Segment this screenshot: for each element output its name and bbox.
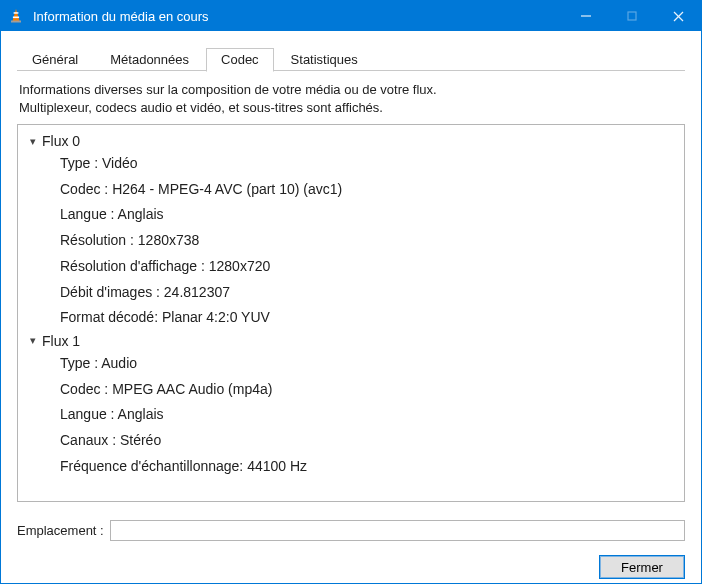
codec-property: Langue : Anglais bbox=[60, 204, 676, 226]
stream-header[interactable]: ▾ Flux 1 bbox=[26, 333, 676, 349]
description-line-2: Multiplexeur, codecs audio et vidéo, et … bbox=[19, 100, 383, 115]
location-label: Emplacement : bbox=[17, 523, 104, 538]
minimize-button[interactable] bbox=[563, 1, 609, 31]
svg-rect-5 bbox=[628, 12, 636, 20]
vlc-cone-icon bbox=[7, 7, 25, 25]
codec-property: Canaux : Stéréo bbox=[60, 430, 676, 452]
tab-metadata[interactable]: Métadonnées bbox=[95, 48, 204, 71]
tab-codec[interactable]: Codec bbox=[206, 48, 274, 72]
codec-property: Codec : H264 - MPEG-4 AVC (part 10) (avc… bbox=[60, 179, 676, 201]
svg-rect-1 bbox=[14, 12, 19, 14]
window-controls bbox=[563, 1, 701, 31]
tab-statistics[interactable]: Statistiques bbox=[276, 48, 373, 71]
stream-header[interactable]: ▾ Flux 0 bbox=[26, 133, 676, 149]
tabstrip: Général Métadonnées Codec Statistiques bbox=[17, 47, 685, 71]
description-line-1: Informations diverses sur la composition… bbox=[19, 82, 437, 97]
codec-property: Résolution d'affichage : 1280x720 bbox=[60, 256, 676, 278]
tab-general[interactable]: Général bbox=[17, 48, 93, 71]
window-title: Information du média en cours bbox=[33, 9, 563, 24]
stream-header-label: Flux 1 bbox=[42, 333, 80, 349]
svg-marker-0 bbox=[13, 9, 20, 21]
chevron-down-icon: ▾ bbox=[26, 135, 40, 148]
codec-property: Langue : Anglais bbox=[60, 404, 676, 426]
codec-property: Type : Audio bbox=[60, 353, 676, 375]
svg-rect-2 bbox=[13, 17, 19, 19]
codec-property: Type : Vidéo bbox=[60, 153, 676, 175]
location-input[interactable] bbox=[110, 520, 685, 541]
close-dialog-button[interactable]: Fermer bbox=[599, 555, 685, 579]
maximize-button[interactable] bbox=[609, 1, 655, 31]
codec-property: Résolution : 1280x738 bbox=[60, 230, 676, 252]
button-row: Fermer bbox=[17, 555, 685, 579]
stream-header-label: Flux 0 bbox=[42, 133, 80, 149]
chevron-down-icon: ▾ bbox=[26, 334, 40, 347]
codec-property: Débit d'images : 24.812307 bbox=[60, 282, 676, 304]
location-row: Emplacement : bbox=[17, 520, 685, 541]
codec-property: Format décodé: Planar 4:2:0 YUV bbox=[60, 307, 676, 329]
svg-rect-3 bbox=[11, 21, 21, 23]
titlebar: Information du média en cours bbox=[1, 1, 701, 31]
tab-description: Informations diverses sur la composition… bbox=[19, 81, 683, 116]
codec-tree[interactable]: ▾ Flux 0 Type : Vidéo Codec : H264 - MPE… bbox=[17, 124, 685, 502]
close-button[interactable] bbox=[655, 1, 701, 31]
dialog-content: Général Métadonnées Codec Statistiques I… bbox=[1, 31, 701, 584]
codec-property: Fréquence d'échantillonnage: 44100 Hz bbox=[60, 456, 676, 478]
codec-property: Codec : MPEG AAC Audio (mp4a) bbox=[60, 379, 676, 401]
